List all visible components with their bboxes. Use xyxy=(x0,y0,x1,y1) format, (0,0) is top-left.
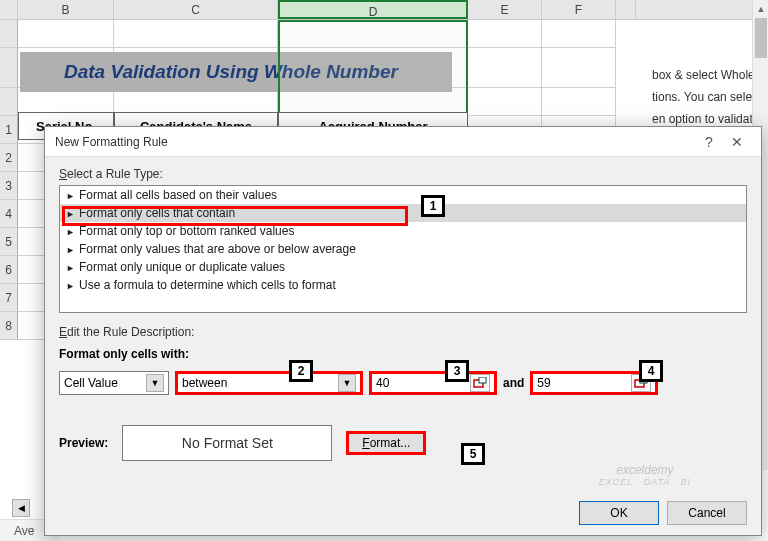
ok-button[interactable]: OK xyxy=(579,501,659,525)
format-button[interactable]: Format... xyxy=(346,431,426,455)
cell-value-select[interactable]: Cell Value ▼ xyxy=(59,371,169,395)
row-h-8[interactable]: 8 xyxy=(0,312,18,340)
rule-type-3[interactable]: ►Format only values that are above or be… xyxy=(60,240,746,258)
callout-3: 3 xyxy=(445,360,469,382)
rule-type-4[interactable]: ►Format only unique or duplicate values xyxy=(60,258,746,276)
row-h-2[interactable]: 2 xyxy=(0,144,18,172)
dialog-titlebar: New Formatting Rule ? ✕ xyxy=(45,127,761,157)
rule-type-5[interactable]: ►Use a formula to determine which cells … xyxy=(60,276,746,294)
scroll-up-icon[interactable]: ▲ xyxy=(753,0,768,18)
column-headers: B C D E F xyxy=(0,0,768,20)
range-picker-icon[interactable] xyxy=(470,374,490,392)
select-rule-type-label: Select a Rule Type: xyxy=(59,167,747,181)
scroll-thumb[interactable] xyxy=(755,18,767,58)
preview-label: Preview: xyxy=(59,436,108,450)
cancel-button[interactable]: Cancel xyxy=(667,501,747,525)
col-B[interactable]: B xyxy=(18,0,114,19)
operator-select[interactable]: between ▼ xyxy=(175,371,363,395)
rule-type-list[interactable]: ►Format all cells based on their values … xyxy=(59,185,747,313)
preview-box: No Format Set xyxy=(122,425,332,461)
row-h-3[interactable]: 3 xyxy=(0,172,18,200)
col-E[interactable]: E xyxy=(468,0,542,19)
scroll-left-icon[interactable]: ◀ xyxy=(12,499,30,517)
callout-1: 1 xyxy=(421,195,445,217)
format-only-label: Format only cells with: xyxy=(59,347,747,361)
help-icon[interactable]: ? xyxy=(695,134,723,150)
col-corner[interactable] xyxy=(0,0,18,19)
chevron-down-icon[interactable]: ▼ xyxy=(146,374,164,392)
sheet-title: Data Validation Using Whole Number xyxy=(20,52,452,92)
row-h-5[interactable]: 5 xyxy=(0,228,18,256)
col-C[interactable]: C xyxy=(114,0,278,19)
col-D[interactable]: D xyxy=(278,0,468,19)
new-formatting-rule-dialog: New Formatting Rule ? ✕ Select a Rule Ty… xyxy=(44,126,762,536)
callout-2: 2 xyxy=(289,360,313,382)
edit-description-label: Edit the Rule Description: xyxy=(59,325,747,339)
col-F[interactable]: F xyxy=(542,0,616,19)
row-h-4[interactable]: 4 xyxy=(0,200,18,228)
background-article: box & select Whole tions. You can selec … xyxy=(652,64,768,130)
callout-4: 4 xyxy=(639,360,663,382)
callout-5: 5 xyxy=(461,443,485,465)
row-h-7[interactable]: 7 xyxy=(0,284,18,312)
close-icon[interactable]: ✕ xyxy=(723,134,751,150)
and-label: and xyxy=(503,376,524,390)
callout-box-1 xyxy=(62,206,408,226)
svg-rect-1 xyxy=(479,377,486,383)
dialog-title: New Formatting Rule xyxy=(55,135,695,149)
row-h-6[interactable]: 6 xyxy=(0,256,18,284)
row-h-1[interactable]: 1 xyxy=(0,116,18,144)
chevron-down-icon[interactable]: ▼ xyxy=(338,374,356,392)
rule-type-0[interactable]: ►Format all cells based on their values xyxy=(60,186,746,204)
col-G xyxy=(616,0,636,19)
value1-input[interactable]: 40 xyxy=(369,371,497,395)
